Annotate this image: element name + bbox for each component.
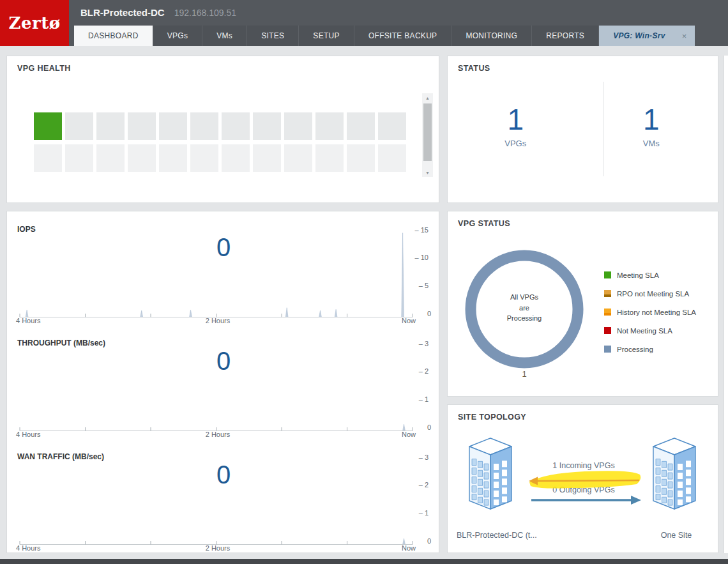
- vpg-health-scrollbar[interactable]: ▲ ▼: [422, 93, 433, 177]
- zerto-logo[interactable]: Zertø: [0, 0, 69, 46]
- chart-series: [403, 538, 406, 544]
- vpg-health-cell-empty[interactable]: [315, 144, 344, 172]
- vpg-health-cell-empty[interactable]: [378, 112, 406, 140]
- legend-swatch-icon: [604, 346, 611, 353]
- vpg-health-cell-empty[interactable]: [253, 112, 281, 140]
- legend-label: Not Meeting SLA: [617, 327, 672, 335]
- vpg-health-cell-empty[interactable]: [96, 112, 125, 140]
- vpg-health-cell-empty[interactable]: [190, 112, 218, 140]
- y-axis-tick-label: – 2: [419, 367, 428, 375]
- status-metrics: 1 VPGs 1 VMs: [448, 80, 719, 148]
- legend-label: Processing: [617, 346, 653, 353]
- tab-reports[interactable]: REPORTS: [531, 26, 598, 46]
- peer-site-building-icon: [653, 438, 695, 509]
- local-site-building-icon: [469, 438, 512, 509]
- chart-plot-area: [19, 229, 416, 319]
- y-axis-tick-label: – 10: [415, 254, 428, 261]
- chart-plot-area: [19, 343, 416, 432]
- zerto-dashboard-screen: Zertø BLR-Protected-DC 192.168.109.51 DA…: [0, 0, 728, 564]
- legend-swatch-icon: [604, 271, 611, 278]
- vpg-health-cell-empty[interactable]: [34, 144, 62, 172]
- vpg-status-panel: VPG STATUS All VPGs are Processing 1 Mee…: [447, 211, 718, 397]
- y-axis-zero-label: 0: [427, 310, 431, 317]
- vpgs-label: VPGs: [448, 139, 584, 148]
- vpg-health-cell-empty[interactable]: [96, 144, 125, 172]
- legend-label: Meeting SLA: [617, 271, 659, 279]
- legend-item-history-not-meeting-sla: History not Meeting SLA: [604, 303, 696, 321]
- site-topology-title: SITE TOPOLOGY: [458, 413, 526, 422]
- scroll-up-icon[interactable]: ▲: [422, 93, 433, 102]
- legend-swatch-icon: [604, 309, 611, 316]
- x-axis-label: 4 Hours: [16, 544, 41, 552]
- x-axis-label: 4 Hours: [16, 431, 41, 438]
- app-header: Zertø BLR-Protected-DC 192.168.109.51 DA…: [0, 0, 728, 46]
- tab-vpgs[interactable]: VPGs: [153, 26, 202, 46]
- incoming-vpgs-label: 1 Incoming VPGs: [526, 461, 641, 470]
- close-tab-icon[interactable]: ×: [682, 31, 687, 41]
- vpg-health-cell-empty[interactable]: [128, 112, 156, 140]
- vpg-health-cell-empty[interactable]: [315, 112, 344, 140]
- vpg-health-cell-empty[interactable]: [347, 112, 375, 140]
- vpg-health-cell-empty[interactable]: [378, 144, 406, 172]
- x-axis-label: Now: [402, 431, 416, 438]
- zerto-logo-text: Zertø: [8, 13, 60, 33]
- tab-vpg-win-srv[interactable]: VPG: Win-Srv×: [598, 26, 694, 46]
- vpg-health-cell-empty[interactable]: [65, 112, 93, 140]
- legend-item-rpo-not-meeting-sla: RPO not Meeting SLA: [604, 284, 696, 303]
- tab-offsite-backup[interactable]: OFFSITE BACKUP: [354, 26, 451, 46]
- legend-swatch-icon: [604, 290, 611, 297]
- vpg-health-cell-empty[interactable]: [159, 144, 187, 172]
- chart-throughput-mb-sec-: THROUGHPUT (MB/sec)0– 3– 2– 104 Hours2 H…: [7, 330, 439, 444]
- chart-plot-area: [19, 457, 416, 546]
- next-panel-edge: [724, 56, 728, 553]
- performance-charts-panel: IOPS0– 15– 10– 504 Hours2 HoursNowTHROUG…: [6, 211, 439, 553]
- legend-label: RPO not Meeting SLA: [617, 290, 689, 298]
- vpg-health-cell-empty[interactable]: [347, 144, 375, 172]
- site-topology-panel: SITE TOPOLOGY 1 Incoming VPGs 0 Outgoing…: [447, 404, 718, 553]
- y-axis-tick-label: – 2: [419, 481, 428, 489]
- donut-center-text: All VPGs are Processing: [486, 292, 563, 324]
- vpg-health-cell-empty[interactable]: [159, 112, 187, 140]
- donut-count-label: 1: [512, 369, 537, 379]
- chart-iops: IOPS0– 15– 10– 504 Hours2 HoursNow: [7, 217, 439, 330]
- y-axis-tick-label: – 3: [419, 340, 428, 347]
- tab-vms[interactable]: VMs: [202, 26, 246, 46]
- status-divider: [603, 82, 604, 176]
- vpg-health-cell-empty[interactable]: [128, 144, 156, 172]
- vpg-health-cell-empty[interactable]: [222, 144, 250, 172]
- tab-monitoring[interactable]: MONITORING: [451, 26, 531, 46]
- vpg-health-panel: VPG HEALTH ▲ ▼: [6, 56, 439, 203]
- x-axis-label: Now: [402, 317, 416, 324]
- chart-series: [26, 233, 404, 317]
- charts-stack: IOPS0– 15– 10– 504 Hours2 HoursNowTHROUG…: [7, 217, 439, 558]
- site-ip: 192.168.109.51: [174, 8, 236, 18]
- y-axis-tick-label: – 3: [419, 453, 428, 461]
- vpg-status-legend: Meeting SLARPO not Meeting SLAHistory no…: [604, 266, 696, 358]
- y-axis-zero-label: 0: [427, 537, 431, 545]
- vpg-health-cell-empty[interactable]: [253, 144, 281, 172]
- y-axis-tick-label: – 5: [419, 282, 428, 289]
- bottom-bar: [0, 559, 728, 564]
- scroll-down-icon[interactable]: ▼: [422, 168, 433, 177]
- scrollbar-thumb[interactable]: [423, 103, 432, 161]
- vpg-health-cell-meeting-sla[interactable]: [34, 112, 62, 140]
- x-axis-label: 4 Hours: [16, 317, 41, 324]
- vpg-health-title: VPG HEALTH: [17, 64, 71, 73]
- vpgs-metric: 1 VPGs: [448, 80, 584, 148]
- vpg-health-cell-empty[interactable]: [222, 112, 250, 140]
- vpg-health-cell-empty[interactable]: [65, 144, 93, 172]
- vpg-health-cell-empty[interactable]: [284, 144, 312, 172]
- vpgs-count: 1: [448, 103, 584, 136]
- tab-dashboard[interactable]: DASHBOARD: [74, 26, 153, 46]
- vpg-health-cell-empty[interactable]: [284, 112, 312, 140]
- y-axis-tick-label: – 1: [419, 509, 428, 517]
- y-axis-tick-label: – 1: [419, 395, 428, 403]
- x-axis-label: 2 Hours: [192, 317, 243, 324]
- x-axis-label: Now: [402, 544, 416, 552]
- vpg-health-cell-empty[interactable]: [190, 144, 218, 172]
- legend-swatch-icon: [604, 327, 611, 334]
- tab-setup[interactable]: SETUP: [298, 26, 354, 46]
- site-title-row: BLR-Protected-DC 192.168.109.51: [80, 7, 236, 18]
- chart-series: [403, 424, 406, 431]
- tab-sites[interactable]: SITES: [246, 26, 298, 46]
